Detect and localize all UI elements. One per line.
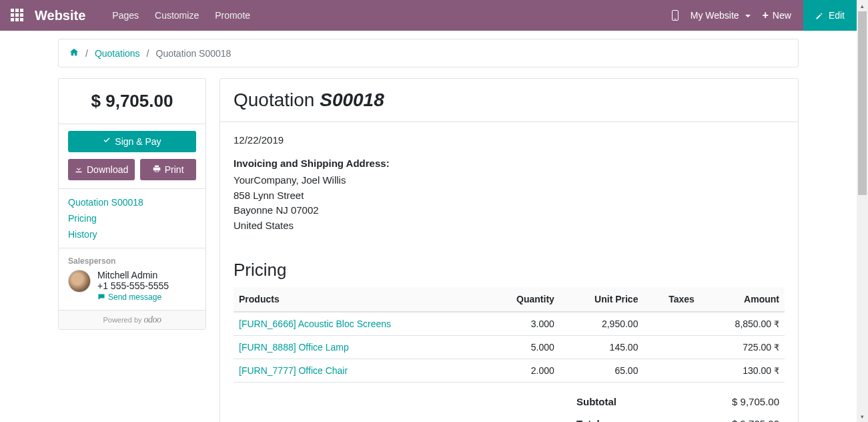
site-selector[interactable]: My Website	[691, 10, 751, 21]
new-label: New	[773, 10, 791, 21]
cell-unit-price: 65.00	[560, 359, 644, 383]
cell-amount: 8,850.00 ₹	[700, 312, 785, 336]
mobile-preview-icon[interactable]	[672, 10, 679, 21]
table-header-row: Products Quantity Unit Price Taxes Amoun…	[234, 287, 785, 312]
cell-unit-price: 2,950.00	[560, 312, 644, 336]
sidebar-total: $ 9,705.00	[59, 79, 205, 124]
col-products: Products	[234, 287, 485, 312]
sidebar-actions: Sign & Pay Download	[59, 124, 205, 189]
plus-icon: +	[763, 9, 769, 21]
sidebar-links: Quotation S00018 Pricing History	[59, 189, 205, 248]
breadcrumb-sep: /	[85, 48, 88, 59]
address-line-2: 858 Lynn Street	[234, 188, 785, 204]
nav-customize[interactable]: Customize	[155, 10, 199, 21]
scroll-thumb[interactable]	[858, 11, 867, 195]
scroll-up-icon[interactable]: ▴	[857, 0, 868, 11]
new-button[interactable]: + New	[763, 9, 791, 21]
table-row: [FURN_6666] Acoustic Bloc Screens3.0002,…	[234, 312, 785, 336]
breadcrumb-sep: /	[147, 48, 149, 59]
col-taxes: Taxes	[643, 287, 699, 312]
totals-box: Subtotal $ 9,705.00 Total $ 9,705.00	[571, 391, 785, 422]
cell-unit-price: 145.00	[560, 336, 644, 359]
download-icon	[75, 164, 83, 175]
salesperson-box: Salesperson Mitchell Admin +1 555-555-55…	[59, 248, 205, 310]
salesperson-label: Salesperson	[68, 256, 196, 266]
product-link[interactable]: [FURN_6666] Acoustic Bloc Screens	[239, 319, 391, 329]
main-panel: Quotation S00018 12/22/2019 Invoicing an…	[220, 78, 799, 422]
powered-by: Powered by odoo	[59, 310, 205, 329]
print-button[interactable]: Print	[140, 159, 196, 180]
print-icon	[153, 164, 161, 175]
col-quantity: Quantity	[485, 287, 560, 312]
subtotal-row: Subtotal $ 9,705.00	[571, 391, 785, 413]
pricing-heading: Pricing	[234, 260, 785, 280]
nav-left: Pages Customize Promote	[112, 10, 250, 21]
cell-qty: 5.000	[485, 336, 560, 359]
product-link[interactable]: [FURN_7777] Office Chair	[239, 365, 348, 376]
cell-amount: 130.00 ₹	[700, 359, 785, 383]
pencil-icon	[815, 11, 823, 19]
salesperson-name: Mitchell Admin	[97, 270, 169, 280]
address-label: Invoicing and Shipping Address:	[234, 158, 785, 169]
sidebar-link-pricing[interactable]: Pricing	[68, 213, 196, 224]
edit-label: Edit	[829, 10, 845, 21]
sign-pay-button[interactable]: Sign & Pay	[68, 131, 196, 152]
sidebar: $ 9,705.00 Sign & Pay	[58, 78, 206, 330]
table-row: [FURN_8888] Office Lamp5.000145.00725.00…	[234, 336, 785, 359]
col-amount: Amount	[700, 287, 785, 312]
breadcrumb: / Quotations / Quotation S00018	[58, 39, 799, 67]
cell-taxes	[643, 336, 699, 359]
cell-amount: 725.00 ₹	[700, 336, 785, 359]
download-button[interactable]: Download	[68, 159, 135, 180]
main-header: Quotation S00018	[220, 79, 798, 122]
nav-right: My Website + New Edit	[672, 0, 846, 31]
address-line-4: United States	[234, 218, 785, 234]
home-icon[interactable]	[69, 47, 79, 59]
breadcrumb-quotations[interactable]: Quotations	[95, 48, 140, 59]
breadcrumb-current: Quotation S00018	[156, 48, 232, 59]
table-row: [FURN_7777] Office Chair2.00065.00130.00…	[234, 359, 785, 383]
check-icon	[103, 136, 111, 147]
pricing-table: Products Quantity Unit Price Taxes Amoun…	[234, 287, 785, 383]
sign-pay-label: Sign & Pay	[115, 136, 161, 147]
total-row: Total $ 9,705.00	[571, 413, 785, 422]
product-link[interactable]: [FURN_8888] Office Lamp	[239, 342, 349, 353]
nav-pages[interactable]: Pages	[112, 10, 139, 21]
chevron-down-icon	[745, 15, 751, 17]
scrollbar[interactable]: ▴ ▾	[857, 0, 868, 422]
edit-button[interactable]: Edit	[803, 0, 857, 31]
brand-title[interactable]: Website	[35, 8, 85, 23]
address-line-3: Bayonne NJ 07002	[234, 203, 785, 218]
cell-qty: 2.000	[485, 359, 560, 383]
sidebar-link-history[interactable]: History	[68, 229, 196, 240]
address-line-1: YourCompany, Joel Willis	[234, 173, 785, 188]
send-message-link[interactable]: Send message	[97, 292, 169, 302]
cell-taxes	[643, 359, 699, 383]
cell-taxes	[643, 312, 699, 336]
top-nav: Website Pages Customize Promote My Websi…	[0, 0, 857, 31]
salesperson-phone: +1 555-555-5555	[97, 280, 169, 291]
site-selector-label: My Website	[691, 10, 739, 21]
scroll-down-icon[interactable]: ▾	[857, 411, 868, 422]
page-title: Quotation S00018	[234, 89, 785, 111]
nav-promote[interactable]: Promote	[215, 10, 250, 21]
quotation-date: 12/22/2019	[234, 134, 785, 146]
chat-icon	[97, 293, 105, 301]
apps-icon[interactable]	[11, 9, 24, 22]
col-unit-price: Unit Price	[560, 287, 644, 312]
sidebar-link-quotation[interactable]: Quotation S00018	[68, 197, 196, 208]
odoo-logo[interactable]: odoo	[144, 314, 161, 325]
cell-qty: 3.000	[485, 312, 560, 336]
avatar	[68, 270, 91, 292]
